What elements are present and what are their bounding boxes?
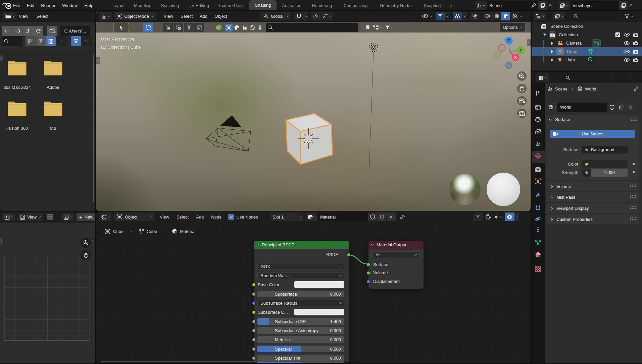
svg-text:Y: Y [520, 48, 523, 53]
svg-text:Z: Z [507, 39, 510, 43]
svg-text:X: X [514, 55, 517, 60]
